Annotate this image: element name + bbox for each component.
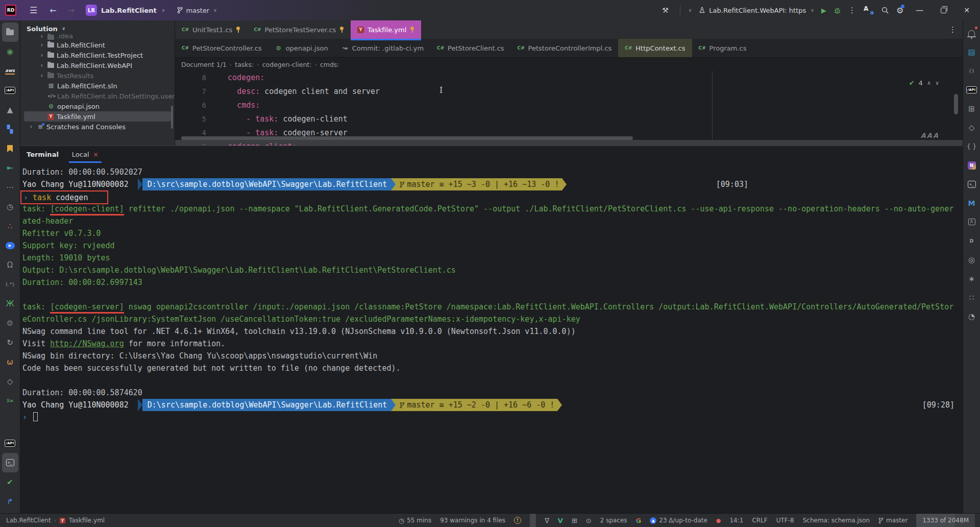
aws-icon[interactable]: aws: [2, 61, 18, 81]
nuget-icon[interactable]: N: [964, 156, 980, 175]
caret-position[interactable]: 14:1: [729, 517, 743, 524]
unity-icon[interactable]: Ω: [2, 255, 18, 275]
terminal-output[interactable]: Duration: 00:00:00.5902027Yao Chang Yu@1…: [20, 163, 963, 423]
run-configuration[interactable]: Lab.RefitClient.WebAPI: https ∨: [699, 7, 814, 14]
blocks-icon[interactable]: ▚: [2, 119, 18, 139]
breadcrumb-item[interactable]: cmds:: [320, 61, 339, 68]
tree-item-openapi-json[interactable]: ⊙openapi.json: [24, 101, 171, 111]
tree-item-taskfile-yml[interactable]: YTaskfile.yml: [24, 111, 171, 122]
forward-button[interactable]: →: [65, 5, 78, 16]
project-view-icon[interactable]: [2, 22, 18, 42]
tab-commit-gitlab-ci-ym[interactable]: ↝Commit: .gitlab-ci.ym: [335, 39, 430, 57]
expand-arrow-icon[interactable]: ›: [28, 123, 34, 130]
settings-gear-icon[interactable]: ⚙: [896, 6, 903, 15]
encoding[interactable]: UTF-8: [776, 517, 794, 524]
terminal-link[interactable]: http://NSwag.org: [50, 339, 124, 348]
chat-icon[interactable]: ◔: [964, 307, 980, 326]
plugins-icon[interactable]: ∷: [964, 288, 980, 307]
inspection-widget[interactable]: ✔ 4 ∧ ∨: [909, 76, 939, 90]
editor-vertical-scrollbar[interactable]: [954, 94, 958, 114]
package-cube-icon[interactable]: ◇: [964, 118, 980, 137]
problems-widget[interactable]: 93 warnings in 4 files: [440, 517, 505, 524]
status-breadcrumb-project[interactable]: Lab.RefitClient: [6, 517, 51, 524]
git-branch-widget[interactable]: master: [878, 517, 908, 524]
docker-icon[interactable]: ⊞: [572, 517, 577, 524]
window-restore-button[interactable]: [941, 8, 946, 13]
tab-httpcontext-cs[interactable]: C#HttpContext.cs: [618, 39, 692, 57]
expand-arrow-icon[interactable]: ›: [39, 62, 45, 69]
search-icon[interactable]: [881, 6, 889, 14]
more-tools-icon[interactable]: ⋯: [2, 178, 18, 197]
excel-export-icon[interactable]: X≡: [2, 391, 18, 411]
azure-icon[interactable]: ▲: [2, 100, 18, 119]
terminal-mini-icon[interactable]: >_: [964, 175, 980, 194]
memory-widget[interactable]: 1333 of 2048M: [916, 514, 975, 527]
tree-item-scratches-and-consoles[interactable]: ›≡Scratches and Consoles: [24, 122, 171, 132]
code-editor[interactable]: 8 codegen:7 desc: codegen client and ser…: [175, 71, 963, 146]
indent-widget[interactable]: 2 spaces: [600, 517, 627, 524]
notifications-bell-icon[interactable]: [964, 23, 980, 42]
bot-icon[interactable]: ⊞: [964, 99, 980, 118]
api-badge-3-icon[interactable]: /API: [964, 80, 980, 99]
services-gear-icon[interactable]: ⚙: [2, 314, 18, 333]
expand-arrow-icon[interactable]: ›: [39, 72, 45, 79]
bug-tool-icon[interactable]: Ж: [2, 294, 18, 314]
nabla-icon[interactable]: ∇: [545, 517, 549, 524]
window-minimize-button[interactable]: —: [911, 6, 928, 15]
google-icon[interactable]: G: [636, 517, 642, 524]
pull-requests-icon[interactable]: ◉: [2, 42, 18, 61]
warning-badge[interactable]: !: [514, 517, 521, 524]
endpoints-icon[interactable]: ∴: [2, 217, 18, 236]
chevron-up-icon[interactable]: ∧: [927, 76, 931, 90]
run-widget-icon[interactable]: ▶: [2, 236, 18, 255]
back-button[interactable]: ←: [46, 5, 59, 16]
hot-reload-icon[interactable]: ω: [2, 352, 18, 372]
chevron-down-icon[interactable]: ∨: [689, 8, 692, 13]
tree-item-lab-refitclient[interactable]: ›Lab.RefitClient: [24, 40, 171, 50]
tree-item-lab-refitclient-webapi[interactable]: ›Lab.RefitClient.WebAPI: [24, 60, 171, 70]
api-badge-icon[interactable]: /API: [2, 81, 18, 100]
editor-horizontal-scrollbar[interactable]: [181, 136, 633, 140]
more-actions-icon[interactable]: ⋮: [848, 6, 856, 15]
sync-status-widget[interactable]: ▲23 Δ/up-to-date: [650, 517, 707, 524]
breadcrumb-item[interactable]: tasks:: [235, 61, 254, 68]
status-breadcrumb-file[interactable]: Taskfile.yml: [69, 517, 105, 524]
build-hammer-icon[interactable]: ⚒: [658, 4, 673, 16]
session-time-widget[interactable]: ◷55 mins: [399, 517, 431, 524]
reader-mode-icon[interactable]: ⊙: [586, 517, 592, 524]
tab-unittest1-cs[interactable]: C#UnitTest1.cs: [175, 20, 247, 39]
tree-item-lab-refitclient-sln[interactable]: ⊞Lab.RefitClient.sln: [24, 81, 171, 91]
terminal-tab-local[interactable]: Local ✕: [72, 146, 99, 163]
tab-program-cs[interactable]: C#Program.cs: [692, 39, 753, 57]
sync-icon[interactable]: ↻: [2, 333, 18, 352]
resharper-icon[interactable]: ◇: [2, 372, 18, 391]
tabs-more-icon[interactable]: ⋮: [943, 25, 963, 34]
schema-widget[interactable]: Schema: schema.json: [803, 517, 870, 524]
db-query-icon[interactable]: ◎: [964, 250, 980, 269]
git-tool-icon[interactable]: ↱: [2, 492, 18, 511]
problems-check-icon[interactable]: ✔: [2, 472, 18, 492]
ai-assistant-icon[interactable]: ∗: [964, 269, 980, 288]
pens-icon[interactable]: AAA: [921, 129, 939, 142]
bookmarks-icon[interactable]: [2, 139, 18, 158]
terminal-tool-icon[interactable]: >_: [2, 453, 18, 472]
debug-button[interactable]: [834, 7, 841, 14]
api-badge-2-icon[interactable]: /API: [2, 434, 18, 453]
dependencies-icon[interactable]: D: [964, 231, 980, 250]
tree-item--idea[interactable]: ›.idea: [24, 34, 171, 40]
profiler-icon[interactable]: ◷: [2, 197, 18, 217]
database-icon[interactable]: ▤: [964, 42, 980, 61]
vcs-widget[interactable]: master ∨: [177, 7, 216, 14]
breadcrumb-item[interactable]: codegen-client:: [262, 61, 312, 68]
tree-item-lab-refitclient-sln-dotsettings-user[interactable]: </>Lab.RefitClient.sln.DotSettings.user: [24, 91, 171, 101]
tab-petstorecontroller-cs[interactable]: C#PetStoreController.cs: [175, 39, 268, 57]
markdown-icon[interactable]: M: [964, 194, 980, 212]
run-button[interactable]: ▶: [821, 7, 826, 14]
tree-item-lab-refitclient-testproject[interactable]: ›Lab.RefitClient.TestProject: [24, 50, 171, 60]
terminal-title[interactable]: Terminal: [27, 151, 59, 158]
expand-arrow-icon[interactable]: ›: [39, 34, 45, 40]
project-widget[interactable]: LR Lab.RefitClient ∨: [86, 5, 165, 16]
braces-large-icon[interactable]: { }: [964, 137, 980, 156]
regex-icon[interactable]: {.*}: [2, 275, 18, 294]
chevron-down-icon[interactable]: ∨: [935, 76, 939, 90]
